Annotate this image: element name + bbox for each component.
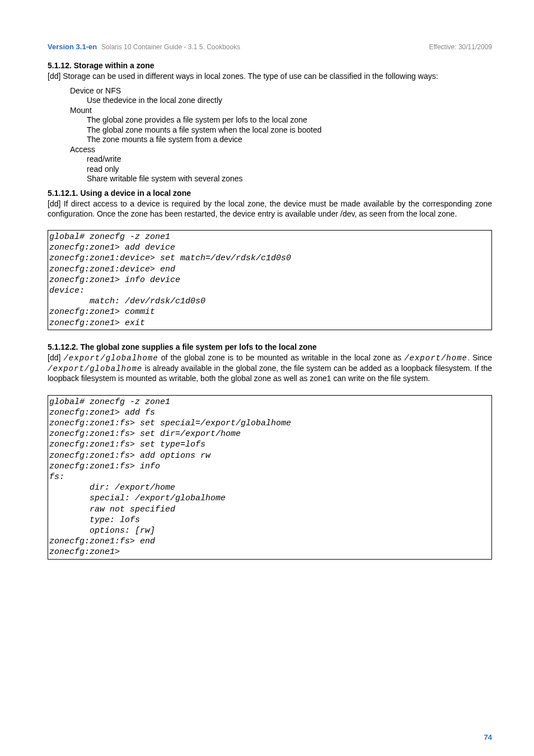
para-5-1-12-2-intro: [dd] /export/globalhome of the global zo… bbox=[48, 353, 492, 384]
code-inline-2: /export/home bbox=[404, 354, 467, 363]
item-access-2: Share writable file system with several … bbox=[87, 174, 492, 184]
heading-5-1-12: 5.1.12. Storage within a zone bbox=[48, 61, 492, 71]
header-left: Version 3.1-en Solaris 10 Container Guid… bbox=[48, 42, 429, 52]
code-inline-1: /export/globalhome bbox=[63, 354, 158, 363]
para-5-1-12-1-intro: [dd] If direct access to a device is req… bbox=[48, 199, 492, 219]
doc-version: Version 3.1-en bbox=[48, 43, 97, 51]
code-block-device: global# zonecfg -z zone1 zonecfg:zone1> … bbox=[48, 230, 492, 330]
para-5-1-12-intro: [dd] Storage can be used in different wa… bbox=[48, 72, 492, 82]
page-number: 74 bbox=[48, 733, 492, 742]
page-header: Version 3.1-en Solaris 10 Container Guid… bbox=[48, 42, 492, 52]
heading-5-1-12-1: 5.1.12.1. Using a device in a local zone bbox=[48, 189, 492, 199]
item-access-0: read/write bbox=[87, 154, 492, 165]
item-access-1: read only bbox=[87, 165, 492, 175]
item-mount-0: The global zone provides a file system p… bbox=[87, 115, 492, 125]
item-mount-1: The global zone mounts a file system whe… bbox=[87, 125, 492, 135]
doc-title-path: Solaris 10 Container Guide - 3.1 5. Cook… bbox=[101, 43, 240, 51]
code-block-lofs: global# zonecfg -z zone1 zonecfg:zone1> … bbox=[48, 395, 492, 560]
term-mount: Mount bbox=[70, 106, 492, 116]
heading-5-1-12-2: 5.1.12.2. The global zone supplies a fil… bbox=[48, 342, 492, 353]
term-access: Access bbox=[70, 145, 492, 155]
code-inline-3: /export/globalhome bbox=[48, 364, 142, 373]
item-device-0: Use thedevice in the local zone directly bbox=[87, 96, 492, 106]
classification-list: Device or NFS Use thedevice in the local… bbox=[70, 86, 492, 184]
text-frag-2: of the global zone is to be mounted as w… bbox=[158, 353, 404, 362]
text-frag-3: . Since bbox=[467, 353, 492, 362]
text-frag-1: [dd] bbox=[48, 353, 63, 362]
term-device-nfs: Device or NFS bbox=[70, 86, 492, 96]
header-effective-date: Effective: 30/11/2009 bbox=[429, 43, 492, 51]
item-mount-2: The zone mounts a file system from a dev… bbox=[87, 135, 492, 145]
